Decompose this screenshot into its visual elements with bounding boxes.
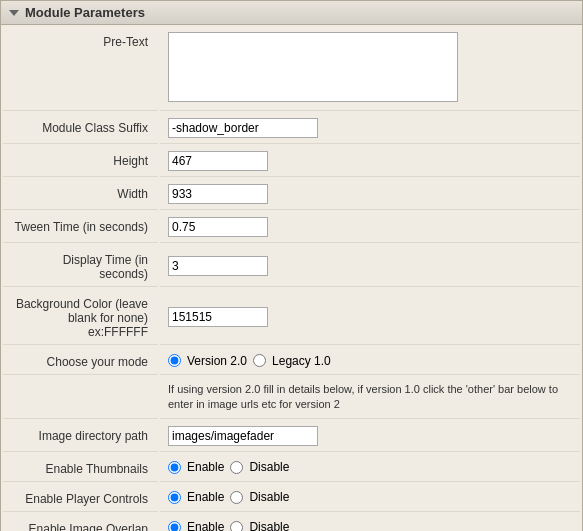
class-suffix-label: Module Class Suffix: [3, 113, 158, 144]
pretext-label: Pre-Text: [3, 27, 158, 111]
class-suffix-row: Module Class Suffix: [3, 113, 580, 144]
collapse-arrow-icon: [9, 10, 19, 16]
pretext-row: Pre-Text: [3, 27, 580, 111]
image-overlap-radio-group: Enable Disable: [168, 520, 572, 531]
bg-color-row: Background Color (leave blank for none) …: [3, 289, 580, 345]
mode-v20-radio[interactable]: [168, 354, 181, 367]
mode-radio-group: Version 2.0 Legacy 1.0: [168, 354, 572, 368]
height-row: Height: [3, 146, 580, 177]
mode-v20-label[interactable]: Version 2.0: [187, 354, 247, 368]
thumbnails-label: Enable Thumbnails: [3, 454, 158, 482]
width-input[interactable]: [168, 184, 268, 204]
image-dir-label: Image directory path: [3, 421, 158, 452]
choose-mode-label: Choose your mode: [3, 347, 158, 375]
bg-color-label: Background Color (leave blank for none) …: [3, 289, 158, 345]
display-time-input[interactable]: [168, 256, 268, 276]
mode-legacy-label[interactable]: Legacy 1.0: [272, 354, 331, 368]
display-time-row: Display Time (in seconds): [3, 245, 580, 287]
height-input[interactable]: [168, 151, 268, 171]
player-controls-disable-label[interactable]: Disable: [249, 490, 289, 504]
thumbnails-disable-radio[interactable]: [230, 461, 243, 474]
thumbnails-enable-label[interactable]: Enable: [187, 460, 224, 474]
mode-note-text: If using version 2.0 fill in details bel…: [168, 383, 558, 410]
player-controls-label: Enable Player Controls: [3, 484, 158, 512]
params-table: Pre-Text Module Class Suffix Height: [0, 25, 583, 531]
height-label: Height: [3, 146, 158, 177]
player-controls-row: Enable Player Controls Enable Disable: [3, 484, 580, 512]
player-controls-disable-radio[interactable]: [230, 491, 243, 504]
module-params-title: Module Parameters: [25, 5, 145, 20]
mode-note-empty: [3, 377, 158, 419]
class-suffix-input[interactable]: [168, 118, 318, 138]
image-overlap-enable-label[interactable]: Enable: [187, 520, 224, 531]
player-controls-radio-group: Enable Disable: [168, 490, 572, 504]
module-params-section: Module Parameters Pre-Text Module Class …: [0, 0, 583, 531]
mode-note-row: If using version 2.0 fill in details bel…: [3, 377, 580, 419]
display-time-label: Display Time (in seconds): [3, 245, 158, 287]
image-overlap-enable-radio[interactable]: [168, 521, 181, 531]
image-overlap-disable-label[interactable]: Disable: [249, 520, 289, 531]
image-dir-input[interactable]: [168, 426, 318, 446]
tween-time-input[interactable]: [168, 217, 268, 237]
module-params-header[interactable]: Module Parameters: [0, 0, 583, 25]
thumbnails-row: Enable Thumbnails Enable Disable: [3, 454, 580, 482]
mode-legacy-radio[interactable]: [253, 354, 266, 367]
width-row: Width: [3, 179, 580, 210]
image-overlap-disable-radio[interactable]: [230, 521, 243, 531]
image-overlap-label: Enable Image Overlap: [3, 514, 158, 531]
tween-time-label: Tween Time (in seconds): [3, 212, 158, 243]
width-label: Width: [3, 179, 158, 210]
pretext-input[interactable]: [168, 32, 458, 102]
player-controls-enable-label[interactable]: Enable: [187, 490, 224, 504]
thumbnails-radio-group: Enable Disable: [168, 460, 572, 474]
tween-time-row: Tween Time (in seconds): [3, 212, 580, 243]
bg-color-input[interactable]: [168, 307, 268, 327]
image-overlap-row: Enable Image Overlap Enable Disable: [3, 514, 580, 531]
choose-mode-row: Choose your mode Version 2.0 Legacy 1.0: [3, 347, 580, 375]
image-dir-row: Image directory path: [3, 421, 580, 452]
player-controls-enable-radio[interactable]: [168, 491, 181, 504]
thumbnails-disable-label[interactable]: Disable: [249, 460, 289, 474]
thumbnails-enable-radio[interactable]: [168, 461, 181, 474]
